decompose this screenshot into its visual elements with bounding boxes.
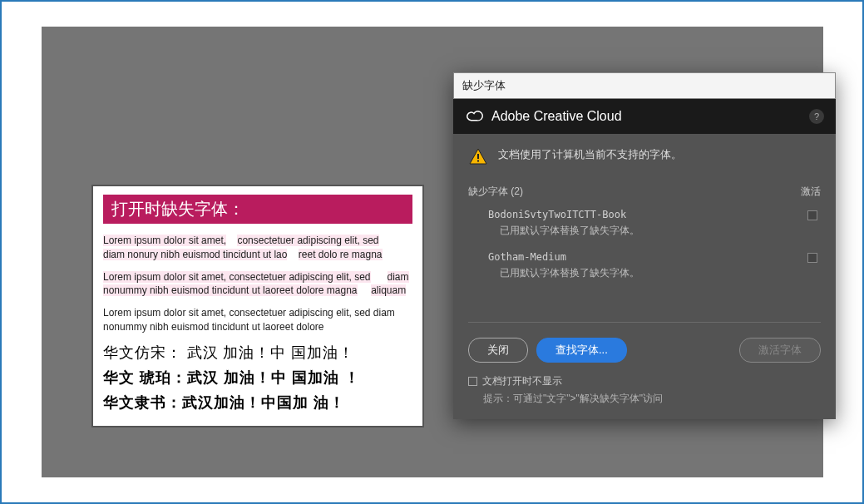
font-item[interactable]: BodoniSvtyTwoITCTT-Book 已用默认字体替换了缺失字体。 — [468, 204, 821, 246]
canvas-area: 打开时缺失字体： Lorem ipsum dolor sit amet, con… — [42, 27, 823, 477]
doc-chinese-line-2: 华文 琥珀：武汉 加油！中 国加油 ！ — [103, 368, 412, 388]
dialog-footer: 文档打开时不显示 提示：可通过"文字">"解决缺失字体"访问 — [468, 374, 821, 406]
creative-cloud-icon — [465, 107, 483, 126]
dialog-brand-bar: Adobe Creative Cloud ? — [453, 99, 836, 134]
font-substitution-note: 已用默认字体替换了缺失字体。 — [488, 224, 812, 238]
font-name: Gotham-Medium — [488, 251, 812, 263]
activate-checkbox[interactable] — [807, 253, 817, 263]
dont-show-checkbox[interactable]: 文档打开时不显示 — [468, 374, 562, 388]
svg-rect-0 — [477, 154, 479, 159]
font-list-header: 缺少字体 (2) 激活 — [468, 185, 821, 199]
button-row: 关闭 查找字体... 激活字体 — [468, 338, 821, 363]
activate-checkbox[interactable] — [807, 210, 817, 220]
doc-para-1: Lorem ipsum dolor sit amet, consectetuer… — [103, 234, 412, 262]
doc-heading: 打开时缺失字体： — [103, 195, 412, 224]
find-font-button[interactable]: 查找字体... — [536, 338, 627, 363]
footer-hint: 提示：可通过"文字">"解决缺失字体"访问 — [483, 392, 821, 406]
doc-chinese-line-1: 华文仿宋： 武汉 加油！中 国加油！ — [103, 343, 412, 363]
font-substitution-note: 已用默认字体替换了缺失字体。 — [488, 266, 812, 280]
list-header-right: 激活 — [801, 185, 821, 199]
brand-label: Adobe Creative Cloud — [491, 109, 622, 124]
font-name: BodoniSvtyTwoITCTT-Book — [488, 209, 812, 220]
doc-para-3: Lorem ipsum dolor sit amet, consectetuer… — [103, 306, 412, 334]
font-item[interactable]: Gotham-Medium 已用默认字体替换了缺失字体。 — [468, 246, 821, 289]
dialog-title[interactable]: 缺少字体 — [453, 72, 836, 99]
divider — [468, 322, 821, 323]
dialog-body: 文档使用了计算机当前不支持的字体。 缺少字体 (2) 激活 BodoniSvty… — [453, 134, 836, 419]
warning-icon — [468, 147, 488, 170]
warning-row: 文档使用了计算机当前不支持的字体。 — [468, 147, 821, 170]
doc-para-2: Lorem ipsum dolor sit amet, consectetuer… — [103, 270, 412, 299]
dont-show-label: 文档打开时不显示 — [482, 374, 562, 388]
help-icon[interactable]: ? — [809, 109, 824, 124]
missing-fonts-dialog: 缺少字体 Adobe Creative Cloud ? 文档使用了计算机当前不支… — [453, 72, 836, 419]
doc-chinese-line-3: 华文隶书：武汉加油！中国加 油！ — [103, 393, 412, 413]
document-preview: 打开时缺失字体： Lorem ipsum dolor sit amet, con… — [91, 185, 424, 427]
warning-text: 文档使用了计算机当前不支持的字体。 — [498, 147, 682, 162]
list-header-left: 缺少字体 (2) — [468, 185, 523, 199]
activate-fonts-button: 激活字体 — [739, 338, 821, 363]
close-button[interactable]: 关闭 — [468, 338, 528, 363]
checkbox-icon — [468, 377, 477, 386]
svg-rect-1 — [477, 161, 479, 162]
